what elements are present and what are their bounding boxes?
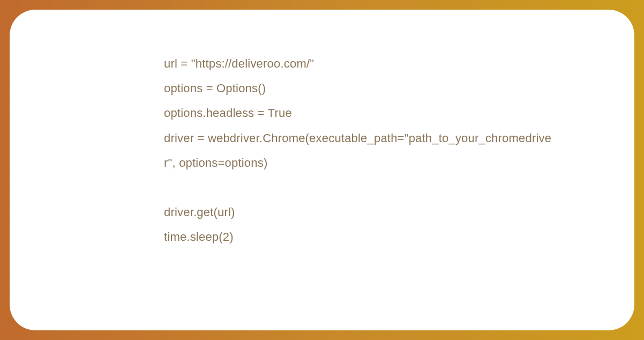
blank-line <box>164 175 554 200</box>
code-line: driver.get(url) <box>164 200 554 225</box>
code-line: options.headless = True <box>164 101 554 125</box>
code-block: url = "https://deliveroo.com/" options =… <box>164 51 554 249</box>
code-line: options = Options() <box>164 76 554 101</box>
code-card: url = "https://deliveroo.com/" options =… <box>10 10 634 330</box>
code-line: time.sleep(2) <box>164 225 554 249</box>
code-line: driver = webdriver.Chrome(executable_pat… <box>164 126 554 175</box>
code-line: url = "https://deliveroo.com/" <box>164 51 554 76</box>
